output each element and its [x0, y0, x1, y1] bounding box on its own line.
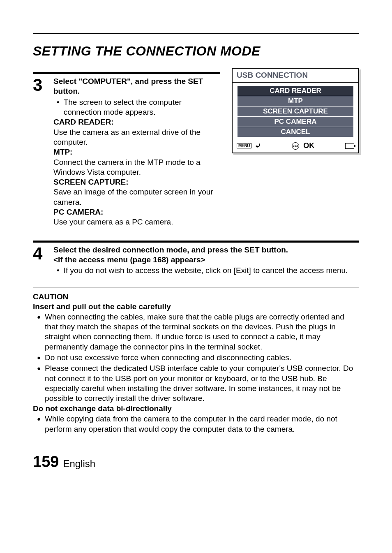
bullet-icon: ●	[37, 353, 41, 363]
def-text: Use your camera as a PC camera.	[53, 217, 220, 227]
caution-item: While copying data from the camera to th…	[45, 414, 359, 434]
menu-badge-icon[interactable]: MENU	[237, 143, 251, 148]
caution-rule	[33, 287, 359, 288]
bullet-icon: ●	[37, 363, 41, 403]
usb-connection-dialog: USB CONNECTION CARD READER MTP SCREEN CA…	[232, 68, 359, 153]
caution-heading: CAUTION	[33, 292, 359, 301]
def-label: MTP:	[53, 147, 220, 157]
step-3-bullet: The screen to select the computer connec…	[64, 97, 220, 118]
dialog-title: USB CONNECTION	[233, 69, 358, 83]
step-4-title-a: Select the desired connection mode, and …	[53, 245, 359, 255]
page-number: 159	[33, 453, 59, 471]
bullet-dot-icon: •	[57, 97, 60, 118]
option-cancel[interactable]: CANCEL	[238, 127, 353, 137]
def-label: PC CAMERA:	[53, 207, 220, 217]
step-3-number: 3	[33, 76, 46, 94]
step-4-title-b: <If the access menu (page 168) appears>	[53, 255, 359, 265]
ok-label: OK	[303, 141, 314, 150]
option-card-reader[interactable]: CARD READER	[238, 86, 353, 96]
option-mtp[interactable]: MTP	[238, 96, 353, 106]
bullet-icon: ●	[37, 312, 41, 352]
def-text: Save an image of the computer screen in …	[53, 187, 220, 207]
return-icon: ⤶	[255, 142, 261, 150]
step-4-number: 4	[33, 245, 46, 262]
def-label: SCREEN CAPTURE:	[53, 177, 220, 187]
page-title: SETTING THE CONNECTION MODE	[33, 44, 359, 59]
battery-icon	[345, 143, 354, 149]
caution-subheading: Insert and pull out the cable carefully	[33, 302, 359, 311]
def-label: CARD READER:	[53, 117, 220, 127]
bullet-dot-icon: •	[57, 266, 60, 275]
step-4-bullet: If you do not wish to access the website…	[64, 266, 348, 275]
def-text: Connect the camera in the MTP mode to a …	[53, 157, 220, 178]
page-language: English	[63, 458, 95, 470]
caution-subheading: Do not exchange data bi-directionally	[33, 404, 359, 413]
caution-item: When connecting the cables, make sure th…	[45, 312, 359, 352]
bullet-icon: ●	[37, 414, 41, 434]
top-rule	[33, 33, 359, 34]
caution-item: Please connect the dedicated USB interfa…	[45, 363, 359, 403]
caution-item: Do not use excessive force when connecti…	[45, 353, 291, 363]
set-badge-icon[interactable]: SET	[292, 142, 299, 150]
def-text: Use the camera as an external drive of t…	[53, 127, 220, 148]
step-3-title: Select "COMPUTER", and press the SET but…	[53, 76, 220, 97]
option-screen-capture[interactable]: SCREEN CAPTURE	[238, 106, 353, 116]
option-pc-camera[interactable]: PC CAMERA	[238, 117, 353, 127]
